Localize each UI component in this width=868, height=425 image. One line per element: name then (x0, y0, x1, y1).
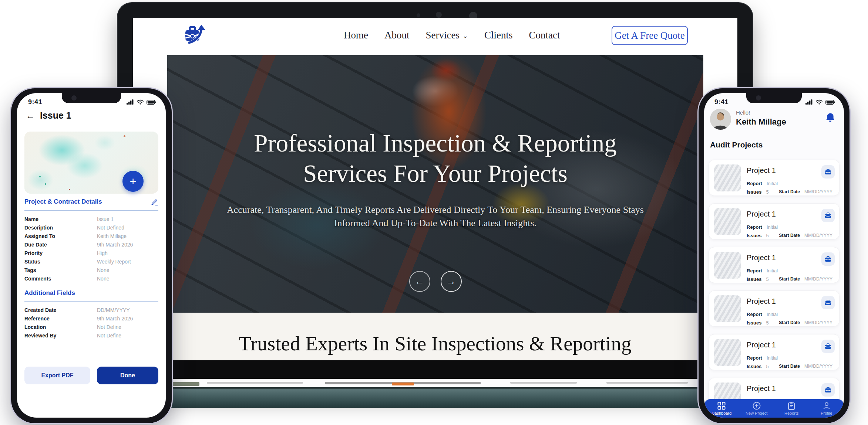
field-label: Description (24, 225, 53, 231)
strip-decoration (392, 382, 414, 385)
section-divider (24, 210, 158, 211)
section-divider (24, 301, 158, 302)
additional-section-title: Additional Fields (24, 289, 75, 297)
carousel-prev-button[interactable]: ← (409, 271, 430, 292)
back-button[interactable]: ← (26, 111, 35, 120)
nav-link-clients[interactable]: Clients (484, 30, 513, 41)
nav-label: Dashboard (711, 411, 731, 415)
issues-label: Issues (747, 189, 761, 195)
image-speck (45, 183, 46, 185)
project-name: Project 1 (747, 384, 776, 393)
briefcase-icon[interactable] (821, 165, 835, 178)
field-label: Name (24, 216, 38, 222)
carousel-next-button[interactable]: → (441, 271, 462, 292)
report-value: Initial (767, 268, 778, 273)
laptop-frame: Home About Services ⌄ Clients Contact Ge… (118, 3, 753, 391)
project-name: Project 1 (747, 297, 776, 306)
greeting-text: Hello! (736, 109, 750, 116)
hero-image: Professional Inspection & Reporting Serv… (167, 55, 703, 313)
image-speck (69, 189, 70, 190)
report-value: Initial (767, 312, 778, 317)
status-icons (127, 99, 156, 105)
nav-link-about[interactable]: About (384, 30, 410, 41)
export-pdf-button[interactable]: Export PDF (24, 367, 90, 384)
add-attachment-button[interactable]: + (122, 171, 144, 192)
hero-title: Professional Inspection & Reporting Serv… (254, 128, 617, 188)
field-row: Name Issue 1 (24, 215, 158, 224)
signal-icon (127, 99, 134, 105)
report-label: Report (747, 355, 762, 361)
field-label: Assigned To (24, 233, 55, 239)
camera-icon (756, 95, 761, 101)
project-card[interactable]: Project 1 ReportInitial Issues5Start Dat… (709, 290, 840, 327)
strip-decoration (510, 382, 577, 384)
nav-link-contact[interactable]: Contact (529, 30, 560, 41)
nav-link-services[interactable]: Services ⌄ (425, 30, 468, 41)
project-card[interactable]: Project 1 ReportInitial Issues5Start Dat… (709, 160, 840, 196)
briefcase-icon[interactable] (821, 383, 835, 397)
edit-pencil-icon[interactable] (151, 198, 158, 205)
issues-row: Issues5Start DateMM/DD/YYYY (747, 276, 835, 282)
chevron-down-icon: ⌄ (462, 33, 468, 39)
status-time: 9:41 (28, 98, 42, 106)
issues-value: 5 (766, 189, 768, 195)
notification-bell-icon[interactable] (825, 112, 835, 123)
strip-decoration (606, 382, 688, 384)
nav-new-project[interactable]: New Project (739, 399, 774, 418)
field-value: 9th March 2026 (97, 242, 133, 248)
hero-title-line1: Professional Inspection & Reporting (254, 128, 617, 159)
field-value: Not Define (97, 333, 121, 339)
laptop-screen: Home About Services ⌄ Clients Contact Ge… (133, 18, 737, 387)
project-card[interactable]: Project 1 ReportInitial Issues5Start Dat… (709, 203, 840, 239)
issues-value: 5 (766, 364, 768, 369)
report-row: ReportInitial (747, 181, 778, 186)
project-card[interactable]: Project 1 ReportInitial Issues5Start Dat… (709, 334, 840, 370)
nav-profile[interactable]: Profile (809, 399, 844, 418)
project-thumbnail (714, 164, 741, 191)
field-label: Tags (24, 267, 36, 273)
dashboard-grid-icon (717, 402, 726, 410)
details-section-header: Project & Contract Details (24, 198, 158, 205)
phone-notch (62, 93, 121, 103)
field-row: Description Not Defined (24, 224, 158, 232)
webcam-sensor (436, 12, 442, 18)
nav-link-services-label: Services (425, 30, 459, 41)
report-value: Initial (767, 224, 778, 230)
field-label: Status (24, 259, 40, 265)
audit-projects-title: Audit Projects (710, 140, 763, 149)
briefcase-icon[interactable] (821, 252, 835, 266)
start-date-label: Start Date (779, 364, 800, 369)
partial-next-section (133, 379, 737, 387)
clipboard-icon (788, 402, 795, 410)
avatar[interactable] (710, 109, 731, 130)
field-label: Comments (24, 276, 51, 282)
issues-value: 5 (766, 276, 768, 282)
nav-reports[interactable]: Reports (774, 399, 809, 418)
image-speck (124, 135, 125, 137)
briefcase-icon[interactable] (821, 209, 835, 222)
status-time: 9:41 (714, 98, 729, 106)
report-row: ReportInitial (747, 312, 778, 317)
mockup-canvas: Home About Services ⌄ Clients Contact Ge… (0, 0, 868, 425)
briefcase-icon[interactable] (821, 296, 835, 309)
nav-label: Profile (821, 411, 832, 415)
nav-dashboard[interactable]: Dashboard (704, 399, 739, 418)
nav-link-home[interactable]: Home (344, 30, 368, 41)
report-label: Report (747, 224, 762, 230)
battery-icon (147, 100, 156, 105)
issues-label: Issues (747, 320, 761, 326)
trusted-experts-section: Trusted Experts In Site Inspections & Re… (133, 313, 737, 360)
project-name: Project 1 (747, 166, 776, 175)
wifi-icon (815, 99, 823, 105)
battery-icon (825, 100, 835, 105)
company-logo-icon[interactable] (184, 23, 208, 47)
field-value: DD/MM/YYYY (97, 307, 130, 313)
briefcase-icon[interactable] (821, 340, 835, 353)
done-button[interactable]: Done (97, 367, 158, 384)
project-card[interactable]: Project 1 ReportInitial Issues5Start Dat… (709, 247, 840, 283)
field-value: 9th March 2026 (97, 316, 133, 322)
get-free-quote-button[interactable]: Get A Free Quote (612, 26, 688, 45)
nav-label: New Project (746, 411, 767, 415)
report-value: Initial (767, 181, 778, 186)
wifi-icon (137, 99, 144, 105)
